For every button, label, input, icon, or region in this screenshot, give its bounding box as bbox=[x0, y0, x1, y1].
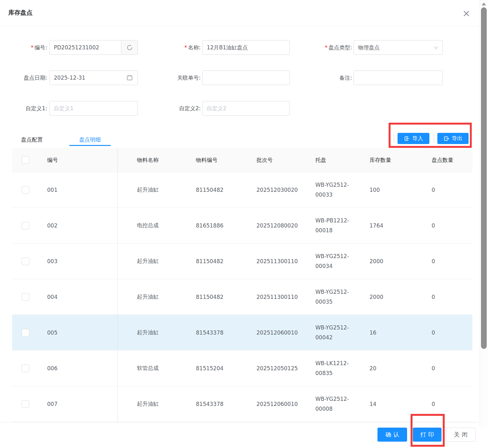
cell-count-qty: 0 bbox=[427, 386, 472, 422]
table-row[interactable]: 003 起升油缸 81150482 202511300110 WB-YG2512… bbox=[12, 243, 472, 279]
scrollbar-thumb[interactable] bbox=[481, 7, 487, 349]
cell-material-code: 81515204 bbox=[191, 350, 252, 386]
table-row[interactable]: 004 起升油缸 81150482 202511300110 WB-YG2512… bbox=[12, 279, 472, 315]
cell-code: 007 bbox=[41, 386, 117, 422]
custom2-label: 自定义2: bbox=[153, 101, 201, 116]
refresh-icon bbox=[126, 44, 133, 51]
cell-material-name: 起升油缸 bbox=[117, 279, 191, 314]
cell-count-qty: 0 bbox=[427, 172, 472, 207]
cell-material-code: 81150482 bbox=[191, 243, 252, 279]
row-checkbox[interactable] bbox=[22, 222, 29, 229]
cell-pallet: WB-YG2512-00042 bbox=[315, 323, 353, 343]
toolbar-separator bbox=[434, 134, 434, 143]
select-all-checkbox[interactable] bbox=[22, 156, 29, 164]
cell-stock-qty: 100 bbox=[365, 172, 427, 207]
row-checkbox[interactable] bbox=[22, 400, 29, 408]
cell-material-code: 81651886 bbox=[191, 208, 252, 243]
required-asterisk: * bbox=[31, 44, 34, 51]
cell-batch: 202512060010 bbox=[252, 386, 311, 422]
cell-stock-qty: 1764 bbox=[365, 208, 427, 243]
cell-code: 003 bbox=[41, 243, 117, 279]
cell-batch: 202512050125 bbox=[252, 350, 311, 386]
remark-input[interactable] bbox=[354, 70, 443, 85]
column-header-stock-qty: 库存数量 bbox=[365, 148, 427, 172]
name-input[interactable] bbox=[202, 40, 290, 55]
table-row[interactable]: 001 起升油缸 81150482 202512030020 WB-YG2512… bbox=[12, 172, 472, 208]
scroll-up-arrow[interactable] bbox=[482, 3, 486, 5]
export-button[interactable]: 导出 bbox=[437, 133, 469, 144]
row-checkbox[interactable] bbox=[22, 293, 29, 301]
cell-material-code: 81543378 bbox=[191, 315, 252, 350]
count-date-input[interactable] bbox=[49, 70, 138, 85]
chevron-down-icon bbox=[433, 45, 439, 51]
cell-material-code: 81150482 bbox=[191, 279, 252, 314]
tab-count-detail[interactable]: 盘点明细 bbox=[69, 133, 111, 146]
confirm-button[interactable]: 确认 bbox=[377, 428, 407, 442]
cell-code: 005 bbox=[41, 315, 117, 350]
cell-pallet: WB-LK1212-00835 bbox=[315, 358, 353, 378]
cell-count-qty: 0 bbox=[427, 279, 472, 314]
table-row[interactable]: 002 电控总成 81651886 202512080020 WB-PB1212… bbox=[12, 208, 472, 243]
cell-pallet: WB-PB1212-00018 bbox=[315, 216, 353, 235]
table-row[interactable]: 005 起升油缸 81543378 202512060010 WB-YG2512… bbox=[12, 315, 472, 350]
table-row[interactable]: 006 软管总成 81515204 202512050125 WB-LK1212… bbox=[12, 350, 472, 386]
export-icon bbox=[443, 136, 449, 141]
cell-stock-qty: 16 bbox=[365, 315, 427, 350]
table-body: 001 起升油缸 81150482 202512030020 WB-YG2512… bbox=[12, 172, 472, 422]
custom1-label: 自定义1: bbox=[6, 101, 47, 116]
cell-material-name: 起升油缸 bbox=[117, 386, 191, 422]
cell-batch: 202511300110 bbox=[252, 243, 311, 279]
cell-count-qty: 0 bbox=[427, 208, 472, 243]
row-checkbox[interactable] bbox=[22, 257, 29, 265]
count-type-value: 物理盘点 bbox=[358, 44, 380, 51]
related-no-input[interactable] bbox=[202, 70, 290, 85]
cell-batch: 202512080020 bbox=[252, 208, 311, 243]
cell-count-qty: 0 bbox=[427, 315, 472, 350]
remark-label: 备注: bbox=[296, 70, 352, 85]
custom2-input[interactable] bbox=[202, 101, 290, 116]
import-icon bbox=[404, 136, 410, 141]
cell-count-qty: 0 bbox=[427, 350, 472, 386]
calendar-icon[interactable] bbox=[126, 74, 133, 81]
column-header-count-qty: 盘点数量 bbox=[427, 148, 472, 172]
cell-material-name: 起升油缸 bbox=[117, 172, 191, 207]
cell-material-name: 起升油缸 bbox=[117, 243, 191, 279]
cell-code: 001 bbox=[41, 172, 117, 207]
column-header-pallet: 托盘 bbox=[311, 148, 365, 172]
count-type-select[interactable]: 物理盘点 bbox=[354, 40, 443, 55]
cell-stock-qty: 2000 bbox=[365, 279, 427, 314]
column-header-material-code: 物料编号 bbox=[191, 148, 252, 172]
cell-material-name: 起升油缸 bbox=[117, 315, 191, 350]
cell-material-code: 81150482 bbox=[191, 172, 252, 207]
row-checkbox[interactable] bbox=[22, 329, 29, 336]
inventory-count-dialog: 库存盘点 × *编号: *名称: *盘点类型: 物理盘点 盘点日期: 关联单号:… bbox=[0, 0, 488, 448]
row-checkbox[interactable] bbox=[22, 186, 29, 194]
code-input[interactable] bbox=[49, 40, 121, 55]
cell-batch: 202512030020 bbox=[252, 172, 311, 207]
column-header-material-name: 物料名称 bbox=[117, 148, 191, 172]
required-asterisk: * bbox=[325, 44, 328, 51]
export-button-label: 导出 bbox=[452, 135, 463, 142]
close-button[interactable]: 关闭 bbox=[446, 428, 476, 442]
row-checkbox[interactable] bbox=[22, 365, 29, 372]
tab-count-config[interactable]: 盘点配置 bbox=[13, 133, 51, 146]
import-button[interactable]: 导入 bbox=[398, 133, 429, 144]
cell-batch: 202512060010 bbox=[252, 315, 311, 350]
cell-stock-qty: 2000 bbox=[365, 243, 427, 279]
fixed-column-divider bbox=[117, 148, 118, 422]
code-label: *编号: bbox=[6, 40, 47, 55]
cell-code: 006 bbox=[41, 350, 117, 386]
table-header: 编号 物料名称 物料编号 批次号 托盘 库存数量 盘点数量 bbox=[12, 148, 472, 172]
cell-material-name: 电控总成 bbox=[117, 208, 191, 243]
name-label: *名称: bbox=[153, 40, 201, 55]
refresh-button[interactable] bbox=[121, 40, 138, 55]
print-button[interactable]: 打印 bbox=[413, 428, 441, 442]
column-header-code: 编号 bbox=[41, 148, 117, 172]
cell-material-code: 81543378 bbox=[191, 386, 252, 422]
cell-batch: 202511300110 bbox=[252, 279, 311, 314]
cell-count-qty: 0 bbox=[427, 243, 472, 279]
close-icon[interactable]: × bbox=[460, 7, 473, 20]
custom1-input[interactable] bbox=[49, 101, 138, 116]
table-row[interactable]: 007 起升油缸 81543378 202512060010 WB-YG2512… bbox=[12, 386, 472, 422]
toolbar-separator bbox=[394, 134, 394, 143]
